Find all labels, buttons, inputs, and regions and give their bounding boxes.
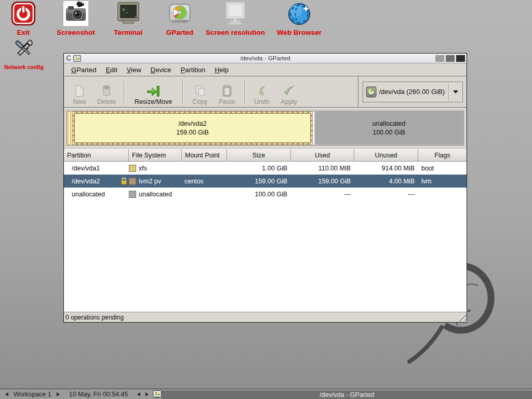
taskbar-window-title: /dev/vda - GParted [320,391,374,398]
workspace-next-icon[interactable] [57,392,60,396]
desktop-icon-label: Terminal [100,29,157,36]
toolbar-separator [182,81,183,103]
undo-button[interactable]: Undo [248,78,275,105]
toolbar-label: New [73,98,86,105]
partition-segment-vda2-selected[interactable]: /dev/vda2 159.00 GiB [72,111,313,145]
device-selector[interactable]: /dev/vda (260.00 GiB) [363,82,463,102]
column-header-partition[interactable]: Partition [64,149,129,161]
cell-used: 159.00 GiB [291,175,354,188]
desktop-icon-label: Screen resolution [202,29,269,36]
segment-size: 159.00 GiB [176,128,209,137]
menubar: GParted Edit View Device Partition Help [64,63,467,76]
taskbar-clock: 10 May, Fri 00:54:45 [69,391,128,398]
cell-unused: 914.00 MiB [354,162,418,175]
column-header-mount-point[interactable]: Mount Point [182,149,227,161]
globe-icon [268,1,330,26]
window-close-button[interactable] [456,55,465,62]
taskbar: Workspace 1 10 May, Fri 00:54:45 /dev/vd… [0,389,532,399]
taskbar-app-icon[interactable] [153,390,162,398]
exit-power-icon [0,1,52,26]
desktop-icon-screen-resolution[interactable]: Screen resolution [202,1,269,36]
resize-arrow-icon [147,84,160,98]
partition-visual-area: /dev/vda2 159.00 GiB unallocated 100.00 … [64,108,467,149]
toolbar: New Delete [64,76,467,108]
partition-visual-bar: /dev/vda2 159.00 GiB unallocated 100.00 … [66,111,464,145]
window-minimize-button[interactable] [435,55,444,62]
device-selector-value: /dev/vda (260.00 GiB) [379,88,446,96]
cell-unused: --- [354,188,418,201]
copy-button[interactable]: Copy [187,78,214,105]
cell-unused: 4.00 MiB [354,175,418,188]
device-selector-region: /dev/vda (260.00 GiB) [358,76,467,107]
column-header-unused[interactable]: Unused [354,149,418,161]
table-row-vda1[interactable]: /dev/vda1 xfs 1.00 GiB 110.00 MiB 914.00… [64,162,467,175]
filesystem-color-swatch [129,165,136,172]
window-titlebar[interactable]: /dev/vda - GParted [64,54,467,63]
segment-size: 100.00 GiB [373,128,405,137]
desktop-icon-web-browser[interactable]: Web Browser [268,1,330,36]
column-header-file-system[interactable]: File System [129,149,182,161]
toolbar-label: Apply [281,98,297,105]
task-prev-icon[interactable] [137,392,140,396]
tools-icon [0,36,52,61]
workspace-label[interactable]: Workspace 1 [14,391,51,398]
toolbar-separator [244,81,245,103]
desktop-icon-label: Exit [0,29,52,36]
desktop-icon-label: Web Browser [268,29,330,36]
gparted-window: /dev/vda - GParted GParted Edit View Dev… [63,53,467,323]
filesystem-color-swatch [129,178,136,185]
table-row-unallocated[interactable]: unallocated unallocated 100.00 GiB --- -… [64,188,467,201]
delete-icon [101,84,112,98]
status-bar: 0 operations pending [64,312,467,322]
resize-grip[interactable] [458,314,466,322]
toolbar-separator [124,81,124,103]
pending-operations-status: 0 operations pending [65,314,124,321]
desktop-icon-terminal[interactable]: >_ Terminal [100,1,157,36]
task-next-icon[interactable] [145,392,149,396]
workspace-prev-icon[interactable] [5,392,8,396]
cell-partition: unallocated [64,188,129,201]
lock-icon [121,177,127,185]
cell-partition: /dev/vda2 [72,178,100,185]
new-partition-button[interactable]: New [66,78,93,105]
column-header-size[interactable]: Size [227,149,291,161]
desktop-icon-gparted[interactable]: GParted [151,1,208,36]
apply-button[interactable]: Apply [275,78,302,105]
menu-gparted[interactable]: GParted [66,64,101,75]
disk-icon [366,86,377,98]
cell-filesystem: unallocated [139,191,172,198]
paste-clipboard-icon [221,84,233,98]
column-header-flags[interactable]: Flags [418,149,467,161]
delete-partition-button[interactable]: Delete [93,78,120,105]
partition-segment-unallocated[interactable]: unallocated 100.00 GiB [314,111,463,145]
titlebar-app-icon [73,55,81,62]
table-header-row: Partition File System Mount Point Size U… [64,149,467,162]
menu-device[interactable]: Device [146,64,176,75]
chevron-down-icon [453,90,458,94]
menu-view[interactable]: View [122,64,146,75]
toolbar-label: Undo [254,98,270,105]
copy-icon [194,84,206,98]
cell-mount-point: centos [182,175,227,188]
menu-edit[interactable]: Edit [101,64,122,75]
menu-help[interactable]: Help [210,64,233,75]
menu-partition[interactable]: Partition [176,64,210,75]
paste-button[interactable]: Paste [214,78,241,105]
gparted-disk-icon [151,1,208,26]
combo-separator [448,83,449,101]
table-row-vda2-selected[interactable]: /dev/vda2 lvm2 pv centos 159.00 GiB 159.… [64,175,467,188]
cell-size: 159.00 GiB [227,175,291,188]
taskbar-window-button[interactable]: /dev/vda - GParted [162,390,532,399]
titlebar-swirl-icon [65,55,72,61]
column-header-used[interactable]: Used [291,149,354,161]
terminal-icon: >_ [100,1,157,26]
partition-segment-vda1[interactable] [67,111,72,145]
desktop-icon-network-config[interactable]: Network config [0,36,52,70]
desktop-icon-exit[interactable]: Exit [0,1,52,36]
toolbar-label: Copy [192,98,207,105]
apply-check-icon [283,84,295,98]
window-maximize-button[interactable] [446,55,455,62]
resize-move-button[interactable]: Resize/Move [128,78,179,105]
undo-arrow-icon [257,84,267,98]
desktop-icon-screenshot[interactable]: Screenshot [47,1,104,36]
